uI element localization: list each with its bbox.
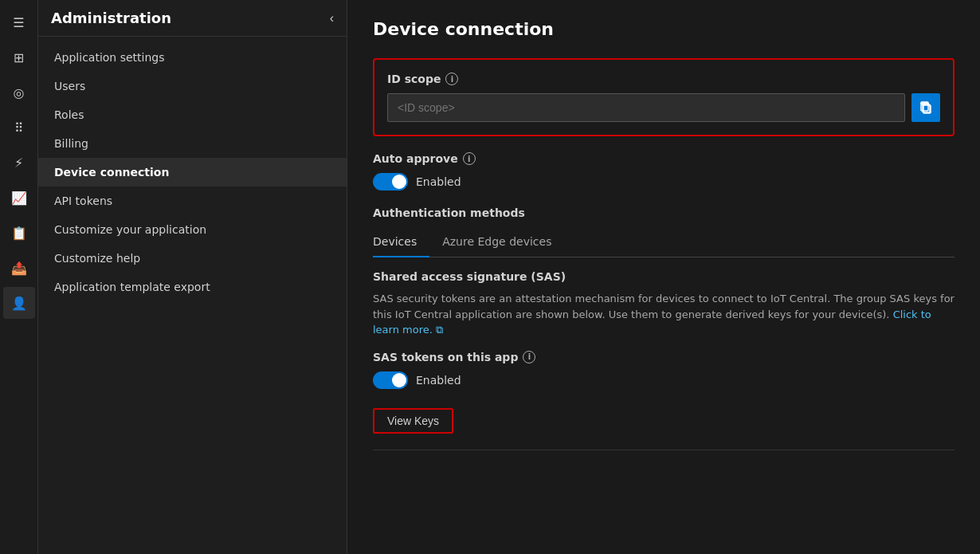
sidebar-item-device-connection[interactable]: Device connection	[38, 158, 347, 187]
sas-description: SAS security tokens are an attestation m…	[373, 291, 955, 338]
sidebar-item-label: Users	[54, 80, 85, 92]
section-divider	[373, 450, 955, 450]
tab-devices[interactable]: Devices	[373, 229, 429, 257]
sas-section: Shared access signature (SAS) SAS securi…	[373, 270, 955, 434]
auth-methods-tabs: Devices Azure Edge devices	[373, 229, 955, 257]
auto-approve-info-icon: i	[463, 152, 476, 165]
id-scope-label: ID scope i	[387, 73, 940, 85]
sidebar-item-label: API tokens	[54, 194, 112, 207]
sidebar-collapse-button[interactable]: ‹	[330, 11, 334, 26]
external-link-icon: ⧉	[436, 324, 443, 336]
auto-approve-toggle[interactable]	[373, 173, 408, 191]
sidebar-item-billing[interactable]: Billing	[38, 129, 347, 158]
id-scope-info-icon: i	[445, 73, 458, 85]
hamburger-icon[interactable]: ☰	[3, 6, 35, 38]
auto-approve-section: Auto approve i Enabled	[373, 152, 955, 191]
auto-approve-label: Auto approve i	[373, 152, 955, 165]
toggle-knob	[392, 175, 406, 189]
sidebar-item-app-settings[interactable]: Application settings	[38, 43, 347, 72]
sas-tokens-toggle[interactable]	[373, 371, 408, 389]
toggle-knob	[392, 373, 406, 387]
copy-id-scope-button[interactable]	[911, 93, 940, 122]
view-keys-button[interactable]: View Keys	[373, 408, 453, 434]
sas-tokens-toggle-row: Enabled	[373, 371, 955, 389]
auto-approve-toggle-row: Enabled	[373, 173, 955, 191]
auto-approve-status: Enabled	[416, 175, 461, 188]
sidebar-item-label: Customize your application	[54, 223, 206, 236]
sas-tokens-info-icon: i	[523, 351, 535, 363]
id-scope-row	[387, 93, 940, 122]
sidebar-header: Administration ‹	[38, 0, 347, 37]
sidebar-item-label: Application settings	[54, 51, 165, 64]
sidebar-item-users[interactable]: Users	[38, 72, 347, 100]
auth-methods-section: Authentication methods Devices Azure Edg…	[373, 206, 955, 434]
sas-title: Shared access signature (SAS)	[373, 270, 955, 283]
main-content: Device connection ID scope i Auto approv…	[347, 0, 980, 554]
sidebar-item-label: Customize help	[54, 252, 140, 265]
export-icon[interactable]: 📤	[3, 252, 35, 284]
id-scope-input[interactable]	[387, 93, 905, 122]
sidebar-item-customize-app[interactable]: Customize your application	[38, 215, 347, 244]
sidebar-item-label: Application template export	[54, 281, 210, 293]
page-title: Device connection	[373, 19, 955, 39]
jobs-icon[interactable]: 📋	[3, 217, 35, 249]
copy-icon	[919, 101, 932, 114]
sidebar-nav: Application settings Users Roles Billing…	[38, 37, 347, 554]
rules-icon[interactable]: ⚡	[3, 147, 35, 179]
sidebar-item-label: Device connection	[54, 166, 169, 179]
devices-icon[interactable]: ◎	[3, 77, 35, 108]
templates-icon[interactable]: ⠿	[3, 112, 35, 143]
analytics-icon[interactable]: 📈	[3, 182, 35, 214]
icon-bar: ☰ ⊞ ◎ ⠿ ⚡ 📈 📋 📤 👤	[0, 0, 38, 554]
admin-icon[interactable]: 👤	[3, 287, 35, 319]
sidebar-item-roles[interactable]: Roles	[38, 100, 347, 129]
auth-methods-title: Authentication methods	[373, 206, 955, 219]
sidebar-item-api-tokens[interactable]: API tokens	[38, 187, 347, 215]
sidebar: Administration ‹ Application settings Us…	[38, 0, 347, 554]
sidebar-item-customize-help[interactable]: Customize help	[38, 244, 347, 273]
sidebar-item-label: Roles	[54, 108, 84, 121]
sas-tokens-label: SAS tokens on this app i	[373, 351, 955, 363]
id-scope-section: ID scope i	[373, 58, 955, 136]
sidebar-item-label: Billing	[54, 137, 88, 150]
sidebar-item-app-template-export[interactable]: Application template export	[38, 273, 347, 301]
sidebar-title: Administration	[51, 10, 171, 26]
sas-tokens-status: Enabled	[416, 374, 461, 387]
tab-azure-edge-devices[interactable]: Azure Edge devices	[429, 229, 564, 257]
dashboard-icon[interactable]: ⊞	[3, 41, 35, 73]
